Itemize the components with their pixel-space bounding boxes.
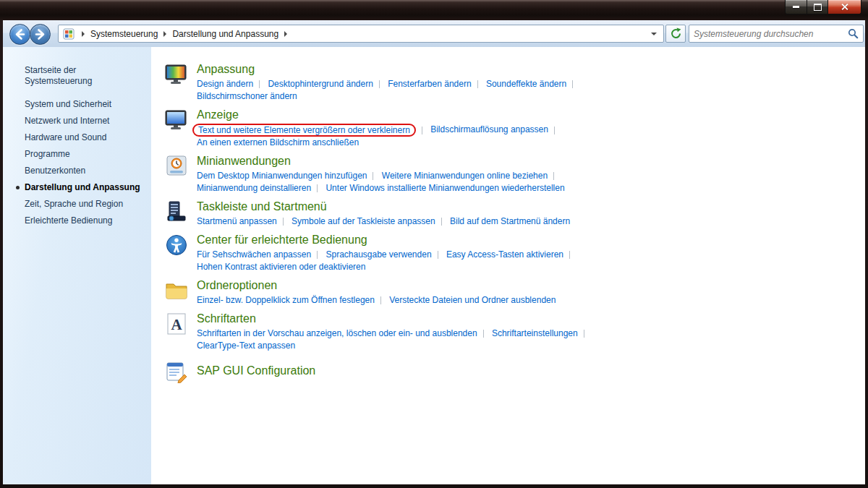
link-soundeffekte-aendern[interactable]: Soundeffekte ändern [486, 79, 566, 89]
link-divider [441, 218, 442, 226]
sidebar-item-system-und-sicherheit[interactable]: System und Sicherheit [3, 96, 151, 113]
link-desktophintergrund-aendern[interactable]: Desktophintergrund ändern [268, 79, 373, 89]
link-minianwendungen-hinzufuegen[interactable]: Dem Desktop Minianwendungen hinzufügen [197, 171, 367, 181]
link-schriftarten-vorschau[interactable]: Schriftarten in der Vorschau anzeigen, l… [197, 328, 477, 338]
refresh-button[interactable] [665, 25, 686, 43]
link-divider [317, 251, 318, 259]
breadcrumb-darstellung-und-anpassung[interactable]: Darstellung und Anpassung [171, 29, 280, 39]
link-hoher-kontrast[interactable]: Hohen Kontrast aktivieren oder deaktivie… [197, 262, 365, 272]
link-divider [259, 80, 260, 88]
link-divider [572, 80, 573, 88]
maximize-button[interactable] [807, 0, 827, 14]
section-title-schriftarten[interactable]: Schriftarten [197, 312, 590, 326]
sidebar-item-benutzerkonten[interactable]: Benutzerkonten [3, 163, 151, 179]
link-divider [553, 172, 554, 180]
link-sehschwaechen-anpassen[interactable]: Für Sehschwächen anpassen [197, 249, 311, 260]
link-divider [283, 218, 284, 226]
maximize-icon [814, 4, 822, 11]
link-divider [554, 127, 555, 134]
breadcrumb-arrow-icon[interactable] [163, 31, 166, 37]
gadgets-icon[interactable] [165, 155, 188, 178]
personalization-icon[interactable] [165, 63, 188, 86]
sidebar-item-erleichterte-bedienung[interactable]: Erleichterte Bedienung [3, 213, 151, 229]
search-box [689, 25, 864, 43]
minimize-icon [793, 6, 799, 8]
link-doppelklick-festlegen[interactable]: Einzel- bzw. Doppelklick zum Öffnen fest… [197, 295, 375, 305]
section-anzeige: Anzeige Text und weitere Elemente vergrö… [165, 108, 865, 149]
control-panel-icon [63, 28, 75, 40]
link-minianwendungen-online-beziehen[interactable]: Weitere Minianwendungen online beziehen [382, 171, 548, 181]
section-title-erleichterte-bedienung[interactable]: Center für erleichterte Bedienung [197, 233, 576, 247]
link-design-aendern[interactable]: Design ändern [197, 79, 253, 89]
breadcrumb-arrow-icon[interactable] [284, 31, 287, 37]
link-taskleiste-symbole-anpassen[interactable]: Symbole auf der Taskleiste anpassen [292, 216, 435, 226]
breadcrumb-systemsteuerung[interactable]: Systemsteuerung [89, 29, 159, 39]
folder-options-icon[interactable] [165, 279, 188, 302]
link-startmenue-anpassen[interactable]: Startmenü anpassen [197, 216, 277, 226]
link-minianwendungen-wiederherstellen[interactable]: Unter Windows installierte Minianwendung… [326, 183, 564, 193]
section-title-anzeige[interactable]: Anzeige [197, 108, 561, 122]
link-easy-access-tasten[interactable]: Easy Access-Tasten aktivieren [446, 249, 563, 260]
ease-of-access-icon[interactable] [165, 234, 188, 257]
close-button[interactable] [827, 0, 861, 14]
link-row: Einzel- bzw. Doppelklick zum Öffnen fest… [197, 294, 556, 307]
taskbar-startmenu-icon[interactable] [165, 200, 188, 223]
sidebar-item-zeit-sprache-region[interactable]: Zeit, Sprache und Region [3, 196, 151, 213]
section-ordneroptionen: Ordneroptionen Einzel- bzw. Doppelklick … [165, 278, 865, 307]
link-schriftarteinstellungen[interactable]: Schriftarteinstellungen [492, 328, 578, 338]
link-divider [438, 251, 438, 259]
refresh-icon [670, 27, 682, 40]
sidebar-item-darstellung-und-anpassung[interactable]: Darstellung und Anpassung [3, 179, 151, 196]
link-externer-bildschirm-anschliessen[interactable]: An einen externen Bildschirm anschließen [197, 137, 359, 147]
link-row: An einen externen Bildschirm anschließen [197, 137, 561, 149]
link-bildschirmaufloesung-anpassen[interactable]: Bildschirmauflösung anpassen [430, 124, 548, 134]
search-input[interactable] [689, 29, 848, 39]
display-icon[interactable] [165, 108, 188, 132]
link-row: Bildschirmschoner ändern [197, 90, 579, 103]
link-row: Design ändern Desktophintergrund ändern … [197, 78, 579, 90]
back-button[interactable] [9, 24, 30, 45]
sidebar-item-startseite[interactable]: Startseite der Systemsteuerung [3, 62, 151, 90]
section-title-taskleiste[interactable]: Taskleiste und Startmenü [197, 200, 570, 214]
link-startmenue-bild-aendern[interactable]: Bild auf dem Startmenü ändern [450, 216, 570, 226]
link-row: Hohen Kontrast aktivieren oder deaktivie… [197, 261, 576, 273]
address-history-dropdown-icon[interactable] [651, 33, 657, 35]
link-cleartype-anpassen[interactable]: ClearType-Text anpassen [197, 341, 295, 351]
sidebar-item-programme[interactable]: Programme [3, 146, 151, 163]
link-row: ClearType-Text anpassen [197, 340, 590, 352]
window-body: Startseite der Systemsteuerung System un… [3, 47, 865, 484]
link-divider [569, 251, 570, 259]
sidebar-item-netzwerk-und-internet[interactable]: Netzwerk und Internet [3, 113, 151, 129]
link-sprachausgabe-verwenden[interactable]: Sprachausgabe verwenden [326, 249, 431, 260]
link-row: Für Sehschwächen anpassen Sprachausgabe … [197, 249, 576, 261]
link-row: Startmenü anpassen Symbole auf der Taskl… [197, 215, 570, 228]
address-bar[interactable]: Systemsteuerung Darstellung und Anpassun… [58, 25, 664, 43]
link-divider [380, 296, 381, 304]
section-sap-gui: SAP GUI Configuration [165, 359, 865, 383]
link-text-vergroessern-verkleinern[interactable]: Text und weitere Elemente vergrößern ode… [198, 125, 410, 135]
forward-button[interactable] [30, 24, 51, 45]
section-title-sap-gui[interactable]: SAP GUI Configuration [197, 364, 315, 378]
minimize-button[interactable] [785, 0, 807, 14]
section-erleichterte-bedienung: Center für erleichterte Bedienung Für Se… [165, 233, 865, 273]
link-fensterfarben-aendern[interactable]: Fensterfarben ändern [388, 79, 471, 89]
svg-text:A: A [171, 316, 182, 333]
link-divider [422, 127, 422, 134]
navigation-bar: Systemsteuerung Darstellung und Anpassun… [3, 20, 865, 48]
sidebar: Startseite der Systemsteuerung System un… [3, 47, 151, 484]
section-title-anpassung[interactable]: Anpassung [197, 62, 579, 77]
link-bildschirmschoner-aendern[interactable]: Bildschirmschoner ändern [197, 91, 297, 101]
breadcrumb-arrow-icon[interactable] [82, 31, 85, 37]
section-title-ordneroptionen[interactable]: Ordneroptionen [197, 278, 556, 293]
search-icon[interactable] [848, 28, 859, 39]
link-minianwendung-deinstallieren[interactable]: Minianwendung deinstallieren [197, 183, 311, 193]
sidebar-item-hardware-und-sound[interactable]: Hardware und Sound [3, 129, 151, 146]
active-item-bullet [16, 186, 20, 189]
titlebar[interactable] [0, 0, 868, 20]
sap-gui-icon[interactable] [165, 360, 188, 383]
link-row: Text und weitere Elemente vergrößern ode… [197, 124, 561, 137]
fonts-icon[interactable]: A [165, 312, 188, 335]
link-row: Schriftarten in der Vorschau anzeigen, l… [197, 328, 590, 340]
link-versteckte-dateien-ausblenden[interactable]: Versteckte Dateien und Ordner ausblenden [389, 295, 556, 305]
section-title-minianwendungen[interactable]: Minianwendungen [197, 154, 565, 168]
